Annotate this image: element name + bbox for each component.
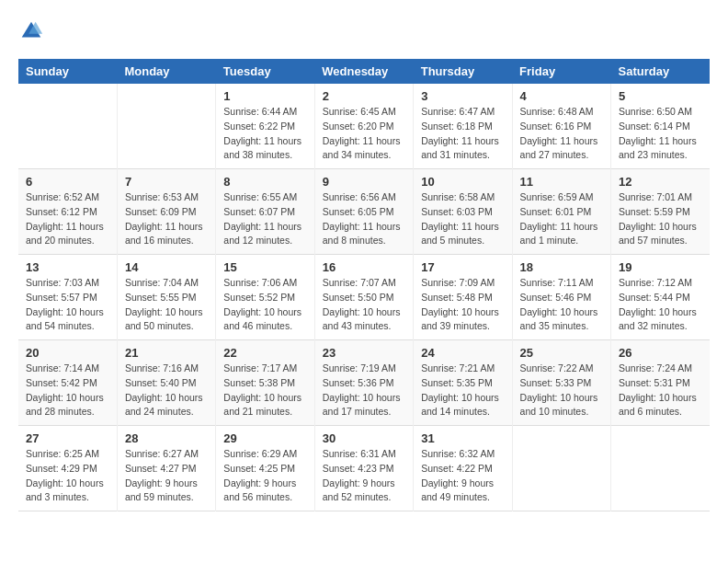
- calendar-cell: 25Sunrise: 7:22 AMSunset: 5:33 PMDayligh…: [512, 340, 610, 426]
- weekday-header: Monday: [117, 59, 215, 84]
- weekday-header: Thursday: [414, 59, 512, 84]
- calendar-cell: 2Sunrise: 6:45 AMSunset: 6:20 PMDaylight…: [314, 84, 413, 169]
- calendar-cell: 12Sunrise: 7:01 AMSunset: 5:59 PMDayligh…: [611, 169, 710, 255]
- calendar-cell: 7Sunrise: 6:53 AMSunset: 6:09 PMDaylight…: [117, 169, 215, 255]
- day-number: 8: [223, 175, 306, 189]
- day-info: Sunrise: 6:31 AMSunset: 4:23 PMDaylight:…: [323, 447, 405, 505]
- day-number: 16: [323, 260, 405, 274]
- day-number: 26: [619, 346, 702, 360]
- day-number: 3: [421, 89, 504, 103]
- day-number: 1: [223, 89, 306, 103]
- logo: [18, 18, 48, 44]
- calendar-cell: 14Sunrise: 7:04 AMSunset: 5:55 PMDayligh…: [117, 255, 215, 340]
- day-info: Sunrise: 7:12 AMSunset: 5:44 PMDaylight:…: [619, 276, 702, 334]
- day-info: Sunrise: 7:03 AMSunset: 5:57 PMDaylight:…: [26, 276, 109, 334]
- day-number: 15: [223, 260, 306, 274]
- calendar-cell: 27Sunrise: 6:25 AMSunset: 4:29 PMDayligh…: [18, 426, 117, 511]
- page-header: [18, 18, 710, 44]
- calendar-cell: 5Sunrise: 6:50 AMSunset: 6:14 PMDaylight…: [611, 84, 710, 169]
- day-info: Sunrise: 6:45 AMSunset: 6:20 PMDaylight:…: [323, 105, 405, 163]
- calendar-cell: 8Sunrise: 6:55 AMSunset: 6:07 PMDaylight…: [216, 169, 314, 255]
- day-info: Sunrise: 6:48 AMSunset: 6:16 PMDaylight:…: [520, 105, 603, 163]
- calendar-cell: 22Sunrise: 7:17 AMSunset: 5:38 PMDayligh…: [216, 340, 314, 426]
- day-number: 21: [125, 346, 208, 360]
- calendar-cell: 29Sunrise: 6:29 AMSunset: 4:25 PMDayligh…: [216, 426, 314, 511]
- day-info: Sunrise: 7:01 AMSunset: 5:59 PMDaylight:…: [619, 190, 702, 248]
- calendar-cell: 20Sunrise: 7:14 AMSunset: 5:42 PMDayligh…: [18, 340, 117, 426]
- calendar-header: SundayMondayTuesdayWednesdayThursdayFrid…: [18, 59, 710, 84]
- calendar-table: SundayMondayTuesdayWednesdayThursdayFrid…: [18, 59, 710, 511]
- calendar-cell: 26Sunrise: 7:24 AMSunset: 5:31 PMDayligh…: [611, 340, 710, 426]
- calendar-cell: 31Sunrise: 6:32 AMSunset: 4:22 PMDayligh…: [414, 426, 512, 511]
- day-info: Sunrise: 6:58 AMSunset: 6:03 PMDaylight:…: [421, 190, 504, 248]
- day-number: 4: [520, 89, 603, 103]
- day-number: 11: [520, 175, 603, 189]
- day-number: 31: [421, 431, 504, 445]
- calendar-row: 1Sunrise: 6:44 AMSunset: 6:22 PMDaylight…: [18, 84, 710, 169]
- calendar-row: 20Sunrise: 7:14 AMSunset: 5:42 PMDayligh…: [18, 340, 710, 426]
- calendar-cell: 15Sunrise: 7:06 AMSunset: 5:52 PMDayligh…: [216, 255, 314, 340]
- day-number: 22: [223, 346, 306, 360]
- calendar-cell: [611, 426, 710, 511]
- day-number: 12: [619, 175, 702, 189]
- day-info: Sunrise: 7:07 AMSunset: 5:50 PMDaylight:…: [323, 276, 405, 334]
- day-number: 29: [223, 431, 306, 445]
- calendar-cell: 30Sunrise: 6:31 AMSunset: 4:23 PMDayligh…: [314, 426, 413, 511]
- day-info: Sunrise: 6:52 AMSunset: 6:12 PMDaylight:…: [26, 190, 109, 248]
- day-number: 18: [520, 260, 603, 274]
- day-number: 13: [26, 260, 109, 274]
- day-number: 14: [125, 260, 208, 274]
- day-number: 6: [26, 175, 109, 189]
- calendar-cell: [117, 84, 215, 169]
- day-number: 17: [421, 260, 504, 274]
- day-info: Sunrise: 7:16 AMSunset: 5:40 PMDaylight:…: [125, 362, 208, 419]
- day-info: Sunrise: 6:59 AMSunset: 6:01 PMDaylight:…: [520, 190, 603, 248]
- day-number: 19: [619, 260, 702, 274]
- day-number: 9: [323, 175, 405, 189]
- calendar-cell: 19Sunrise: 7:12 AMSunset: 5:44 PMDayligh…: [611, 255, 710, 340]
- weekday-header: Tuesday: [216, 59, 314, 84]
- day-info: Sunrise: 7:21 AMSunset: 5:35 PMDaylight:…: [421, 362, 504, 419]
- day-number: 7: [125, 175, 208, 189]
- calendar-cell: 4Sunrise: 6:48 AMSunset: 6:16 PMDaylight…: [512, 84, 610, 169]
- day-number: 5: [619, 89, 702, 103]
- calendar-cell: 28Sunrise: 6:27 AMSunset: 4:27 PMDayligh…: [117, 426, 215, 511]
- day-info: Sunrise: 7:09 AMSunset: 5:48 PMDaylight:…: [421, 276, 504, 334]
- day-number: 28: [125, 431, 208, 445]
- calendar-cell: 1Sunrise: 6:44 AMSunset: 6:22 PMDaylight…: [216, 84, 314, 169]
- calendar-cell: 24Sunrise: 7:21 AMSunset: 5:35 PMDayligh…: [414, 340, 512, 426]
- day-info: Sunrise: 7:14 AMSunset: 5:42 PMDaylight:…: [26, 362, 109, 419]
- calendar-row: 6Sunrise: 6:52 AMSunset: 6:12 PMDaylight…: [18, 169, 710, 255]
- calendar-row: 27Sunrise: 6:25 AMSunset: 4:29 PMDayligh…: [18, 426, 710, 511]
- day-number: 27: [26, 431, 109, 445]
- calendar-cell: 6Sunrise: 6:52 AMSunset: 6:12 PMDaylight…: [18, 169, 117, 255]
- calendar-cell: 13Sunrise: 7:03 AMSunset: 5:57 PMDayligh…: [18, 255, 117, 340]
- day-info: Sunrise: 7:17 AMSunset: 5:38 PMDaylight:…: [223, 362, 306, 419]
- calendar-cell: 17Sunrise: 7:09 AMSunset: 5:48 PMDayligh…: [414, 255, 512, 340]
- day-number: 24: [421, 346, 504, 360]
- day-info: Sunrise: 6:27 AMSunset: 4:27 PMDaylight:…: [125, 447, 208, 505]
- calendar-cell: [18, 84, 117, 169]
- weekday-header: Friday: [512, 59, 610, 84]
- weekday-header: Wednesday: [314, 59, 413, 84]
- day-number: 23: [323, 346, 405, 360]
- day-info: Sunrise: 7:11 AMSunset: 5:46 PMDaylight:…: [520, 276, 603, 334]
- day-info: Sunrise: 6:47 AMSunset: 6:18 PMDaylight:…: [421, 105, 504, 163]
- day-number: 2: [323, 89, 405, 103]
- day-info: Sunrise: 7:24 AMSunset: 5:31 PMDaylight:…: [619, 362, 702, 419]
- day-info: Sunrise: 7:19 AMSunset: 5:36 PMDaylight:…: [323, 362, 405, 419]
- day-info: Sunrise: 6:29 AMSunset: 4:25 PMDaylight:…: [223, 447, 306, 505]
- weekday-header: Sunday: [18, 59, 117, 84]
- calendar-cell: 21Sunrise: 7:16 AMSunset: 5:40 PMDayligh…: [117, 340, 215, 426]
- day-info: Sunrise: 6:56 AMSunset: 6:05 PMDaylight:…: [323, 190, 405, 248]
- calendar-cell: 18Sunrise: 7:11 AMSunset: 5:46 PMDayligh…: [512, 255, 610, 340]
- day-info: Sunrise: 6:53 AMSunset: 6:09 PMDaylight:…: [125, 190, 208, 248]
- day-info: Sunrise: 7:06 AMSunset: 5:52 PMDaylight:…: [223, 276, 306, 334]
- day-info: Sunrise: 7:04 AMSunset: 5:55 PMDaylight:…: [125, 276, 208, 334]
- calendar-cell: 3Sunrise: 6:47 AMSunset: 6:18 PMDaylight…: [414, 84, 512, 169]
- calendar-cell: 11Sunrise: 6:59 AMSunset: 6:01 PMDayligh…: [512, 169, 610, 255]
- calendar-cell: 9Sunrise: 6:56 AMSunset: 6:05 PMDaylight…: [314, 169, 413, 255]
- calendar-cell: 16Sunrise: 7:07 AMSunset: 5:50 PMDayligh…: [314, 255, 413, 340]
- day-number: 30: [323, 431, 405, 445]
- calendar-cell: 23Sunrise: 7:19 AMSunset: 5:36 PMDayligh…: [314, 340, 413, 426]
